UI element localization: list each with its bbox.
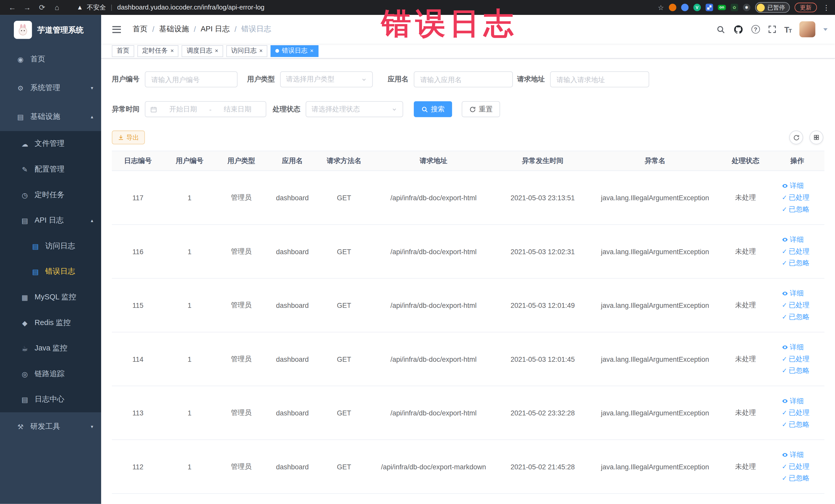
font-size-icon[interactable]: TT [784, 25, 791, 34]
top-navbar: 首页 / 基础设施 / API 日志 / 错误日志 ? [101, 15, 835, 44]
extension-icon-4[interactable] [706, 4, 713, 11]
sidebar-item-label: Redis 监控 [35, 318, 70, 328]
chevron-down-icon [391, 106, 398, 112]
sidebar-item-label: 基础设施 [30, 112, 60, 121]
search-button[interactable]: 搜索 [414, 101, 452, 117]
mark-processed-link[interactable]: ✓已处理 [782, 354, 813, 364]
close-icon[interactable]: × [259, 48, 263, 54]
mark-ignored-link[interactable]: ✓已忽略 [782, 205, 813, 214]
sidebar-item-api-log[interactable]: ▤ API 日志 ▴ [0, 208, 101, 234]
reset-button[interactable]: 重置 [462, 101, 500, 117]
detail-link[interactable]: 详细 [782, 397, 813, 406]
close-icon[interactable]: × [215, 48, 218, 54]
eye-icon [782, 183, 788, 189]
sidebar-item-trace[interactable]: ◎ 链路追踪 [0, 361, 101, 387]
tab-label: 访问日志 [231, 46, 257, 55]
detail-link[interactable]: 详细 [782, 343, 813, 352]
mark-processed-link[interactable]: ✓已处理 [782, 462, 813, 471]
refresh-button[interactable] [789, 130, 803, 144]
tab-access-log[interactable]: 访问日志 × [226, 45, 267, 57]
bookmark-star-icon[interactable]: ☆ [658, 3, 664, 11]
breadcrumb-item-infrastructure[interactable]: 基础设施 [159, 24, 189, 34]
home-icon[interactable]: ⌂ [50, 3, 64, 12]
breadcrumb-item-home[interactable]: 首页 [133, 24, 148, 34]
extension-on-badge[interactable]: on [718, 5, 726, 10]
sidebar-item-error-log[interactable]: ▤ 错误日志 [0, 259, 101, 284]
export-button[interactable]: 导出 [112, 130, 145, 144]
sidebar-item-log-center[interactable]: ▤ 日志中心 [0, 387, 101, 412]
address-bar[interactable]: ▲ 不安全 | dashboard.yudao.iocoder.cn/infra… [77, 3, 264, 12]
tab-scheduled-jobs[interactable]: 定时任务 × [137, 45, 179, 57]
breadcrumb-item-api-log[interactable]: API 日志 [201, 24, 230, 34]
mark-processed-link[interactable]: ✓已处理 [782, 193, 813, 202]
sidebar-item-mysql-monitor[interactable]: ▦ MySQL 监控 [0, 284, 101, 310]
mark-ignored-link[interactable]: ✓已忽略 [782, 366, 813, 375]
mark-ignored-link[interactable]: ✓已忽略 [782, 420, 813, 429]
app-name-input[interactable] [414, 72, 513, 87]
detail-link[interactable]: 详细 [782, 450, 813, 460]
sidebar-item-devtools[interactable]: ⚒ 研发工具 ▾ [0, 412, 101, 441]
hamburger-icon[interactable] [109, 24, 124, 35]
sidebar-item-file-management[interactable]: ☁ 文件管理 [0, 131, 101, 157]
detail-link[interactable]: 详细 [782, 235, 813, 244]
mark-ignored-link[interactable]: ✓已忽略 [782, 312, 813, 322]
cell-app-name: dashboard [267, 463, 317, 471]
extension-icon-3[interactable]: V [693, 4, 701, 11]
cell-actions: 详细 ✓已处理 ✓已忽略 [770, 181, 824, 214]
help-icon[interactable]: ? [751, 25, 760, 34]
github-icon[interactable] [733, 24, 743, 34]
caret-down-icon[interactable] [823, 28, 828, 31]
search-icon[interactable] [716, 25, 725, 34]
mark-processed-link[interactable]: ✓已处理 [782, 247, 813, 256]
cell-user-type: 管理员 [215, 247, 267, 256]
sidebar-item-system[interactable]: ⚙ 系统管理 ▾ [0, 74, 101, 102]
user-avatar[interactable] [799, 21, 815, 37]
sidebar-item-label: 链路追踪 [35, 369, 64, 379]
error-log-icon: ▤ [31, 268, 40, 276]
sidebar-item-home[interactable]: ◉ 首页 [0, 45, 101, 74]
browser-profile-chip[interactable]: 已暂停 [755, 2, 790, 13]
sidebar-item-scheduled-jobs[interactable]: ◷ 定时任务 [0, 182, 101, 208]
fullscreen-icon[interactable] [768, 25, 776, 34]
extension-icon-2[interactable] [681, 4, 688, 11]
user-id-input[interactable] [145, 72, 238, 87]
extension-icon-6[interactable]: ✱ [743, 4, 750, 11]
chevron-down-icon: ▾ [91, 424, 93, 429]
app-logo[interactable]: 芋道管理系统 [0, 15, 101, 45]
column-settings-button[interactable] [810, 130, 823, 144]
mark-ignored-link[interactable]: ✓已忽略 [782, 258, 813, 268]
mark-processed-link[interactable]: ✓已处理 [782, 408, 813, 418]
sidebar-item-access-log[interactable]: ▤ 访问日志 [0, 234, 101, 259]
exception-time-range-picker[interactable]: 开始日期 - 结束日期 [145, 101, 266, 117]
menu-kebab-icon[interactable]: ⋮ [823, 3, 830, 11]
cell-exception-name: java.lang.IllegalArgumentException [589, 194, 721, 202]
detail-link[interactable]: 详细 [782, 181, 813, 190]
sidebar-item-label: 系统管理 [30, 83, 60, 93]
extension-icon-1[interactable] [669, 4, 676, 11]
request-url-input[interactable] [550, 72, 649, 87]
sidebar-item-config-management[interactable]: ✎ 配置管理 [0, 157, 101, 182]
tab-job-log[interactable]: 调度日志 × [182, 45, 223, 57]
cell-user-id: 1 [164, 247, 215, 256]
user-type-select[interactable]: 请选择用户类型 [280, 72, 373, 87]
mark-processed-link[interactable]: ✓已处理 [782, 300, 813, 310]
close-icon[interactable]: × [170, 48, 174, 54]
sidebar-item-java-monitor[interactable]: ☕ Java 监控 [0, 336, 101, 361]
mark-ignored-link[interactable]: ✓已忽略 [782, 473, 813, 483]
table-header: 日志编号 用户编号 用户类型 应用名 请求方法名 请求地址 异常发生时间 异常名… [112, 151, 824, 171]
update-button[interactable]: 更新 [794, 3, 817, 12]
check-icon: ✓ [782, 301, 787, 309]
sidebar-item-redis-monitor[interactable]: ◆ Redis 监控 [0, 310, 101, 336]
tab-home[interactable]: 首页 [112, 45, 134, 57]
cell-exception-name: java.lang.IllegalArgumentException [589, 409, 721, 417]
end-date-placeholder: 结束日期 [214, 104, 261, 114]
close-icon[interactable]: × [310, 48, 313, 54]
back-icon[interactable]: ← [5, 3, 19, 12]
sidebar-item-infrastructure[interactable]: ▤ 基础设施 ▴ [0, 102, 101, 131]
forward-icon[interactable]: → [20, 3, 34, 12]
extension-icon-5[interactable]: ✿ [731, 4, 738, 11]
detail-link[interactable]: 详细 [782, 288, 813, 298]
tab-error-log[interactable]: 错误日志 × [271, 45, 319, 57]
reload-icon[interactable]: ⟳ [35, 3, 49, 12]
process-status-select[interactable]: 请选择处理状态 [306, 101, 403, 117]
